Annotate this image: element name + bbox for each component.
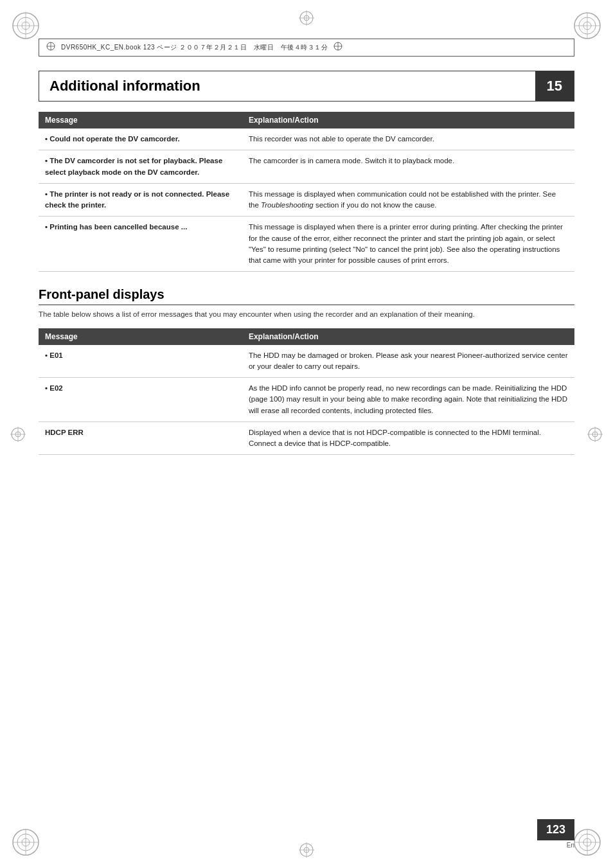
table2-header-row: Message Explanation/Action: [39, 328, 574, 345]
table1-col1-header: Message: [39, 112, 242, 128]
table2-col2-header: Explanation/Action: [242, 328, 574, 345]
corner-deco-br: [573, 828, 601, 856]
t1-r4-explanation: This message is displayed when there is …: [242, 217, 574, 272]
t1-r1-message: • Could not operate the DV camcorder.: [39, 128, 242, 150]
top-bar: DVR650HK_KC_EN.book 123 ページ ２００７年２月２１日 水…: [39, 39, 574, 57]
topbar-text: DVR650HK_KC_EN.book 123 ページ ２００７年２月２１日 水…: [61, 43, 328, 52]
table1-header-row: Message Explanation/Action: [39, 112, 574, 128]
t2-r2-explanation: As the HDD info cannot be properly read,…: [242, 378, 574, 422]
t1-r2-explanation: The camcorder is in camera mode. Switch …: [242, 150, 574, 184]
page-number-area: 123 En: [537, 819, 574, 849]
t2-r3-message: HDCP ERR: [39, 421, 242, 455]
page-lang: En: [567, 842, 574, 849]
topbar-cross-right: [333, 41, 343, 54]
t2-r3-explanation: Displayed when a device that is not HDCP…: [242, 421, 574, 455]
italic-troubleshooting: Troubleshooting: [261, 201, 314, 209]
table1-col2-header: Explanation/Action: [242, 112, 574, 128]
bottom-mid-cross: [298, 841, 315, 859]
table-row: • Could not operate the DV camcorder. Th…: [39, 128, 574, 150]
page-number-badge: 123: [537, 819, 574, 840]
page: DVR650HK_KC_EN.book 123 ページ ２００７年２月２１日 水…: [0, 0, 613, 868]
table-row: • E02 As the HDD info cannot be properly…: [39, 378, 574, 422]
main-content: Additional information 15 Message Explan…: [39, 71, 574, 817]
table2: Message Explanation/Action • E01 The HDD…: [39, 328, 574, 456]
t1-r3-explanation: This message is displayed when communica…: [242, 183, 574, 217]
subsection-intro: The table below shows a list of error me…: [39, 309, 574, 320]
section-number: 15: [535, 71, 574, 101]
t1-r4-message: • Printing has been cancelled because ..…: [39, 217, 242, 272]
table2-col1-header: Message: [39, 328, 242, 345]
table-row: • E01 The HDD may be damaged or broken. …: [39, 345, 574, 378]
t2-r1-message: • E01: [39, 345, 242, 378]
top-mid-cross: [298, 9, 315, 27]
topbar-cross-left: [46, 41, 56, 54]
t2-r1-explanation: The HDD may be damaged or broken. Please…: [242, 345, 574, 378]
corner-deco-tr: [573, 12, 601, 40]
t1-r2-message: • The DV camcorder is not set for playba…: [39, 150, 242, 184]
section-title: Additional information: [39, 71, 535, 101]
table-row: • Printing has been cancelled because ..…: [39, 217, 574, 272]
left-mid-cross: [9, 425, 27, 443]
t2-r2-message: • E02: [39, 378, 242, 422]
section-header: Additional information 15: [39, 71, 574, 102]
corner-deco-tl: [12, 12, 40, 40]
right-mid-cross: [586, 425, 604, 443]
table-row: • The printer is not ready or is not con…: [39, 183, 574, 217]
t1-r3-message: • The printer is not ready or is not con…: [39, 183, 242, 217]
t1-r1-explanation: This recorder was not able to operate th…: [242, 128, 574, 150]
corner-deco-bl: [12, 828, 40, 856]
table1: Message Explanation/Action • Could not o…: [39, 112, 574, 272]
subsection-title: Front-panel displays: [39, 287, 574, 305]
table-row: • The DV camcorder is not set for playba…: [39, 150, 574, 184]
table-row: HDCP ERR Displayed when a device that is…: [39, 421, 574, 455]
